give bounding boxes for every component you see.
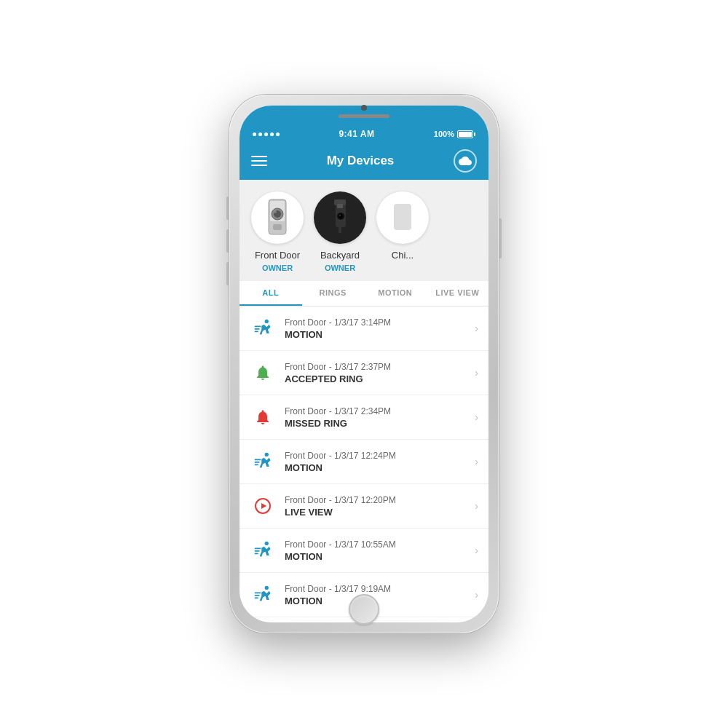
doorbell-icon [263,198,292,238]
filter-tabs: ALL RINGS MOTION LIVE VIEW [240,281,488,306]
activity-item-5[interactable]: Front Door - 1/3/17 12:20PM LIVE VIEW › [240,484,488,529]
motion-icon-2 [253,451,273,472]
phone-top-bar [339,105,389,118]
svg-point-12 [339,214,343,218]
activity-icon-2 [250,360,276,386]
device-card-chime[interactable]: Chi... [376,191,429,272]
device-avatar-chime [376,191,429,244]
activity-item-4[interactable]: Front Door - 1/3/17 12:24PM MOTION › [240,440,488,484]
security-camera-icon [325,198,355,238]
cloud-icon [459,154,472,167]
battery-body [457,130,473,138]
nav-bar: My Devices [240,143,488,180]
activity-item-3[interactable]: Front Door - 1/3/17 2:34PM MISSED RING › [240,395,488,440]
device-avatar-front-door [251,191,304,244]
activity-item-6[interactable]: Front Door - 1/3/17 10:55AM MOTION › [240,529,488,573]
signal-dot-3 [264,132,268,136]
svg-point-29 [265,586,269,590]
activity-timestamp-6: Front Door - 1/3/17 10:55AM [285,539,466,550]
svg-rect-5 [273,224,282,230]
battery-label: 100% [434,130,454,138]
activity-list: Front Door - 1/3/17 3:14PM MOTION › Fron… [240,306,488,622]
activity-timestamp-4: Front Door - 1/3/17 12:24PM [285,451,466,461]
device-name-front-door: Front Door [255,250,300,261]
cloud-button[interactable] [454,149,477,173]
hamburger-line-3 [251,165,267,166]
device-role-backyard: OWNER [325,264,355,272]
tab-rings[interactable]: RINGS [302,281,365,306]
hamburger-line-2 [251,160,267,162]
signal-dot-2 [258,132,262,136]
activity-content-4: Front Door - 1/3/17 12:24PM MOTION [285,451,466,473]
device-role-front-door: OWNER [262,264,293,272]
svg-rect-8 [337,204,343,208]
hamburger-line-1 [251,156,267,157]
chevron-icon-4: › [475,456,478,467]
page-title: My Devices [327,154,395,168]
bell-missed-icon [254,408,272,426]
bell-accepted-icon [254,364,272,381]
chevron-icon-7: › [475,589,478,601]
battery-area: 100% [434,130,475,138]
activity-icon-5 [250,493,276,519]
chevron-icon-6: › [475,545,478,556]
activity-type-5: LIVE VIEW [285,507,466,518]
activity-type-2: ACCEPTED RING [285,373,466,384]
svg-rect-14 [394,204,411,230]
activity-item-2[interactable]: Front Door - 1/3/17 2:37PM ACCEPTED RING… [240,351,488,395]
svg-point-4 [274,210,277,213]
home-button-area [349,594,379,625]
activity-type-6: MOTION [285,551,466,562]
svg-point-25 [265,542,269,545]
activity-type-3: MISSED RING [285,418,466,429]
svg-point-13 [339,215,341,216]
activity-content-3: Front Door - 1/3/17 2:34PM MISSED RING [285,406,466,429]
camera-dot [361,105,367,111]
chevron-icon-3: › [475,411,478,423]
tab-live-view[interactable]: LIVE VIEW [427,281,489,306]
activity-type-1: MOTION [285,329,466,340]
activity-icon-4 [250,448,276,475]
tab-motion[interactable]: MOTION [364,281,427,306]
phone-screen: 9:41 AM 100% My Devices [240,106,488,622]
svg-rect-10 [334,233,346,235]
activity-content-6: Front Door - 1/3/17 10:55AM MOTION [285,539,466,562]
signal-dots [253,132,280,136]
svg-point-15 [265,320,269,323]
device-name-backyard: Backyard [320,250,360,261]
motion-icon [253,318,273,339]
device-card-backyard[interactable]: Backyard OWNER [314,191,366,272]
chevron-icon-1: › [475,323,478,334]
device-carousel: Front Door OWNER [240,180,488,281]
signal-dot-1 [253,132,256,136]
status-time: 9:41 AM [339,129,374,139]
signal-dot-4 [270,132,274,136]
battery-fill [459,132,472,137]
signal-dot-5 [276,132,280,136]
chevron-icon-5: › [475,500,478,512]
activity-content-2: Front Door - 1/3/17 2:37PM ACCEPTED RING [285,362,466,384]
activity-timestamp-2: Front Door - 1/3/17 2:37PM [285,362,466,372]
activity-timestamp-7: Front Door - 1/3/17 9:19AM [285,584,466,594]
motion-icon-4 [253,585,273,605]
tab-all[interactable]: ALL [240,281,302,306]
device-name-chime: Chi... [392,250,414,261]
home-button[interactable] [349,594,379,625]
speaker-bar [339,114,389,118]
activity-timestamp-1: Front Door - 1/3/17 3:14PM [285,317,466,328]
chevron-icon-2: › [475,367,478,379]
menu-button[interactable] [251,156,267,166]
activity-icon-3 [250,404,276,430]
activity-item-1[interactable]: Front Door - 1/3/17 3:14PM MOTION › [240,306,488,351]
phone-frame: 9:41 AM 100% My Devices [229,95,499,633]
activity-icon-6 [250,537,276,563]
activity-type-4: MOTION [285,462,466,473]
live-view-icon [254,497,272,515]
battery-icon [457,130,475,138]
motion-icon-3 [253,540,273,561]
activity-timestamp-3: Front Door - 1/3/17 2:34PM [285,406,466,416]
activity-icon-1 [250,315,276,341]
activity-timestamp-5: Front Door - 1/3/17 12:20PM [285,495,466,505]
chime-icon [388,198,417,238]
device-card-front-door[interactable]: Front Door OWNER [251,191,304,272]
